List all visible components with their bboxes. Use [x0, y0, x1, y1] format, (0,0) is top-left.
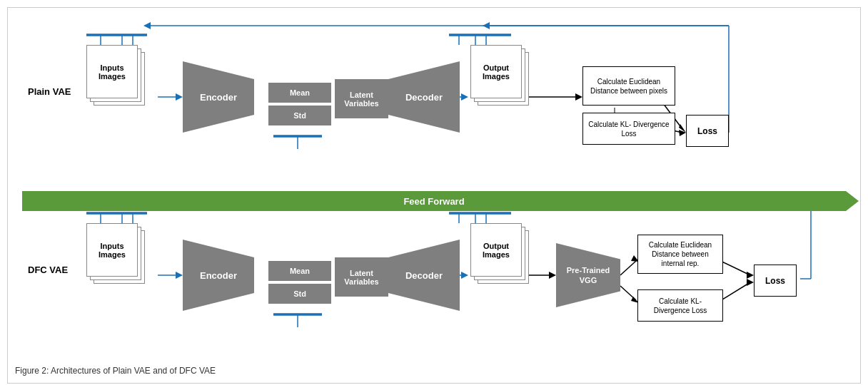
- encoder-top: Encoder: [183, 61, 254, 133]
- std-box-top: Std: [268, 106, 331, 125]
- svg-marker-28: [143, 22, 151, 29]
- feed-forward-label: Feed Forward: [403, 196, 464, 207]
- svg-line-47: [620, 261, 636, 275]
- svg-marker-17: [575, 93, 582, 101]
- decoder-bot: Decoder: [388, 240, 460, 311]
- svg-marker-54: [747, 279, 754, 286]
- svg-marker-21: [679, 130, 686, 136]
- svg-marker-15: [461, 93, 468, 101]
- svg-marker-34: [176, 272, 183, 279]
- pretrained-vgg: Pre-Trained VGG: [556, 243, 620, 307]
- svg-marker-5: [176, 93, 183, 101]
- output-images-top: Output Images: [470, 45, 522, 98]
- calc-euclidean-bot: Calculate Euclidean Distance between int…: [637, 235, 723, 274]
- input-images-top: Inputs Images: [86, 45, 138, 98]
- latent-box-top: Latent Variables: [335, 79, 388, 118]
- svg-marker-46: [549, 272, 556, 279]
- svg-line-49: [620, 286, 636, 300]
- figure-caption: Figure 2: Architectures of Plain VAE and…: [15, 363, 853, 376]
- latent-box-bot: Latent Variables: [335, 257, 388, 297]
- figure-container: Plain VAE Inputs Images Encoder Mean Std…: [7, 7, 861, 384]
- svg-marker-19: [679, 124, 686, 133]
- output-images-bot: Output Images: [470, 223, 522, 277]
- input-images-bot: Inputs Images: [86, 223, 138, 277]
- loss-top: Loss: [686, 115, 729, 147]
- dfc-vae-label: DFC VAE: [28, 265, 68, 275]
- svg-marker-44: [461, 272, 468, 279]
- encoder-bot: Encoder: [183, 240, 254, 311]
- mean-box-bot: Mean: [268, 261, 331, 281]
- diagram-area: Plain VAE Inputs Images Encoder Mean Std…: [15, 15, 853, 357]
- decoder-top: Decoder: [388, 61, 460, 133]
- loss-bot: Loss: [754, 265, 797, 297]
- calc-kl-bot: Calculate KL- Divergence Loss: [637, 289, 723, 322]
- mean-box-top: Mean: [268, 83, 331, 103]
- svg-marker-26: [483, 22, 490, 29]
- std-box-bot: Std: [268, 284, 331, 304]
- calc-kl-top: Calculate KL- Divergence Loss: [582, 113, 675, 145]
- svg-marker-52: [747, 272, 754, 279]
- mean-std-top: Mean Std: [268, 83, 331, 125]
- plain-vae-label: Plain VAE: [28, 86, 71, 97]
- feed-forward-banner: Feed Forward: [22, 191, 846, 211]
- mean-std-bot: Mean Std: [268, 261, 331, 304]
- calc-euclidean-top: Calculate Euclidean Distance between pix…: [582, 66, 675, 106]
